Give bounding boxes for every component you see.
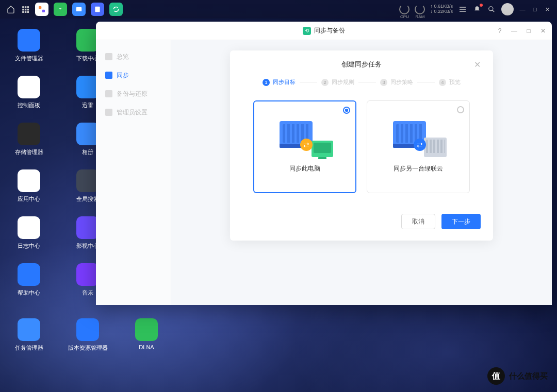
desktop-app-icon[interactable]: 应用中心 (10, 169, 47, 203)
svg-rect-0 (22, 6, 24, 8)
svg-rect-12 (95, 7, 100, 12)
minimize-icon[interactable]: — (519, 6, 526, 13)
desktop-app-icon[interactable]: 任务管理器 (10, 318, 47, 352)
sidebar-label: 同步 (117, 71, 129, 80)
app-tile-icon (76, 318, 99, 341)
step-number: 1 (263, 79, 270, 86)
desktop-app-icon[interactable]: 日志中心 (10, 216, 47, 250)
app-tile-icon (18, 76, 40, 98)
sync-target-options: ⇄ 同步此电脑 ⇄ 同步另一台绿联云 (242, 100, 481, 193)
app-tile-icon (18, 123, 40, 145)
sync-arrows-icon: ⇄ (414, 139, 426, 151)
sidebar-label: 备份与还原 (117, 90, 148, 98)
wizard-steps: 1同步目标2同步规则3同步策略4预览 (242, 78, 481, 86)
sync-backup-window: ⟲同步与备份 ? — □ ✕ 总览同步备份与还原管理员设置 创建同步任务 ✕ 1… (96, 22, 552, 305)
sidebar-item[interactable]: 备份与还原 (96, 84, 171, 103)
illustration-nas-nas: ⇄ (390, 121, 447, 157)
close-icon[interactable]: ✕ (544, 6, 551, 13)
svg-rect-7 (25, 11, 27, 13)
sidebar-icon (105, 109, 112, 116)
watermark-text: 什么值得买 (509, 371, 548, 381)
sidebar-item[interactable]: 总览 (96, 47, 171, 66)
app-tile-icon (18, 263, 40, 286)
app-label: 迅雷 (82, 101, 93, 109)
home-icon[interactable] (6, 5, 15, 14)
cancel-button[interactable]: 取消 (401, 214, 435, 229)
app-label: DLNA (139, 344, 154, 350)
svg-rect-8 (27, 11, 29, 13)
taskbar-app-3[interactable] (72, 3, 86, 16)
search-icon[interactable] (487, 5, 496, 14)
taskbar-app-2[interactable] (54, 3, 67, 16)
step-label: 预览 (449, 78, 461, 86)
step-number: 2 (321, 79, 329, 86)
window-minimize-icon[interactable]: — (511, 27, 518, 35)
step-number: 4 (439, 79, 446, 86)
sidebar-icon (105, 53, 112, 60)
option-sync-another-nas[interactable]: ⇄ 同步另一台绿联云 (367, 100, 470, 193)
modal-title: 创建同步任务 (341, 60, 382, 69)
app-label: 帮助中心 (18, 289, 40, 297)
illustration-nas-pc: ⇄ (276, 121, 333, 157)
user-avatar[interactable] (501, 3, 514, 15)
app-tile-icon (18, 29, 40, 52)
option-sync-this-pc[interactable]: ⇄ 同步此电脑 (253, 100, 356, 193)
step-divider (417, 82, 435, 82)
desktop-app-icon[interactable]: 帮助中心 (10, 263, 47, 297)
taskbar-app-1[interactable] (35, 3, 48, 16)
maximize-icon[interactable]: □ (531, 6, 538, 13)
settings-lines-icon[interactable] (458, 5, 467, 14)
app-label: 日志中心 (18, 242, 40, 250)
sidebar-item[interactable]: 同步 (96, 66, 171, 84)
taskbar-app-4[interactable] (91, 3, 104, 16)
radio-icon (343, 107, 350, 114)
taskbar-app-5[interactable] (109, 3, 123, 16)
next-button[interactable]: 下一步 (441, 214, 481, 229)
wizard-step: 2同步规则 (321, 78, 354, 86)
ram-gauge[interactable]: RAM (415, 4, 425, 14)
notification-bell-icon[interactable] (472, 5, 482, 14)
desktop-app-icon[interactable]: 文件管理器 (10, 29, 47, 62)
watermark-badge: 值 (487, 367, 505, 385)
step-label: 同步策略 (390, 78, 413, 86)
app-label: 存储管理器 (15, 148, 43, 156)
create-sync-task-modal: 创建同步任务 ✕ 1同步目标2同步规则3同步策略4预览 ⇄ 同步此电脑 (230, 50, 493, 241)
help-icon[interactable]: ? (496, 27, 503, 35)
app-label: 任务管理器 (15, 344, 43, 352)
svg-rect-5 (27, 9, 29, 10)
system-topbar: CPU RAM ↑ 0.61KB/s↓ 0.22KB/s — □ ✕ (0, 0, 557, 19)
desktop-app-icon[interactable]: 控制面板 (10, 76, 47, 109)
sidebar-item[interactable]: 管理员设置 (96, 103, 171, 122)
apps-grid-icon[interactable] (21, 5, 30, 14)
desktop-app-icon[interactable]: DLNA (128, 318, 165, 352)
app-label: 相册 (82, 148, 93, 156)
app-label: 音乐 (82, 289, 93, 297)
app-tile-icon (135, 318, 158, 341)
app-label: 版本资源管理器 (68, 344, 108, 352)
svg-rect-6 (22, 11, 24, 13)
app-icon: ⟲ (303, 27, 311, 35)
modal-close-icon[interactable]: ✕ (474, 60, 481, 70)
desktop-app-icon[interactable]: 存储管理器 (10, 123, 47, 156)
cpu-gauge[interactable]: CPU (399, 4, 409, 14)
app-tile-icon (18, 169, 40, 192)
wizard-step: 4预览 (439, 78, 461, 86)
watermark: 值 什么值得买 (487, 367, 548, 385)
desktop-app-icon[interactable]: 版本资源管理器 (69, 318, 106, 352)
option-label: 同步此电脑 (289, 164, 320, 173)
sidebar-label: 总览 (117, 53, 129, 61)
window-close-icon[interactable]: ✕ (539, 27, 547, 35)
svg-rect-11 (76, 7, 82, 11)
step-number: 3 (380, 79, 387, 86)
svg-rect-3 (22, 9, 24, 10)
network-speed: ↑ 0.61KB/s↓ 0.22KB/s (430, 4, 453, 14)
svg-rect-9 (39, 6, 41, 9)
option-label: 同步另一台绿联云 (394, 164, 443, 173)
svg-rect-10 (42, 10, 45, 12)
svg-rect-1 (25, 6, 27, 8)
step-divider (358, 82, 376, 82)
window-titlebar: ⟲同步与备份 ? — □ ✕ (96, 22, 552, 40)
step-divider (300, 82, 317, 82)
sidebar-icon (105, 90, 112, 97)
window-maximize-icon[interactable]: □ (525, 27, 532, 35)
